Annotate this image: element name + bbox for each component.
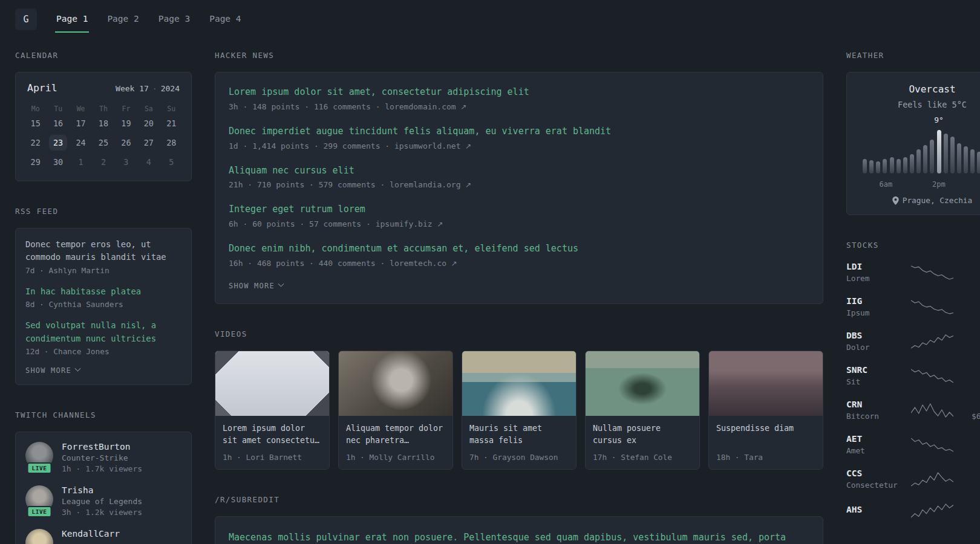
- weekday-label: Mo: [24, 105, 47, 113]
- twitch-channel-row[interactable]: LIVE ForrestBurton Counter-Strike 1h · 1…: [25, 442, 181, 473]
- stock-row[interactable]: DBS Dolor +1.42% $156.28: [846, 331, 980, 352]
- stock-values: -1.00% $66,171.48: [960, 400, 980, 421]
- video-card[interactable]: Suspendisse diam 18h · Tara: [708, 351, 823, 470]
- rss-item-title[interactable]: In hac habitasse platea: [25, 285, 181, 298]
- video-card[interactable]: Mauris sit amet massa felis 7h · Grayson…: [462, 351, 577, 470]
- rss-show-more-button[interactable]: SHOW MORE: [25, 366, 181, 375]
- story-stats: 16h · 468 points · 440 comments ·: [229, 259, 385, 268]
- stock-row[interactable]: CCS Consectetur +0.51% $165.84: [846, 468, 980, 490]
- stock-change: +4.35%: [960, 262, 980, 271]
- tab-page-4[interactable]: Page 4: [208, 0, 242, 33]
- video-card[interactable]: Aliquam tempor dolor nec pharetra… 1h · …: [338, 351, 453, 470]
- story-stats: 6h · 60 points · 57 comments ·: [229, 219, 371, 228]
- tab-page-1[interactable]: Page 1: [55, 0, 89, 33]
- calendar-day: 28: [162, 135, 180, 151]
- calendar-day-today: 23: [49, 135, 67, 151]
- stock-name: Amet: [846, 446, 904, 455]
- current-temperature: 9°: [934, 115, 944, 125]
- hn-show-more-button[interactable]: SHOW MORE: [229, 282, 809, 290]
- stock-sparkline: [904, 471, 960, 487]
- stock-name: Ipsum: [846, 308, 904, 317]
- tab-page-2[interactable]: Page 2: [106, 0, 140, 33]
- channel-viewers: 1h · 1.7k viewers: [62, 464, 142, 473]
- story-title-link[interactable]: Lorem ipsum dolor sit amet, consectetur …: [229, 86, 809, 99]
- video-thumbnail: [586, 351, 699, 416]
- stock-ticker: AHS: [846, 505, 904, 514]
- weather-condition: Overcast: [858, 83, 980, 95]
- story-title-link[interactable]: Aliquam nec cursus elit: [229, 164, 809, 178]
- stock-ticker: CRN: [846, 400, 904, 409]
- video-title: Nullam posuere cursus ex: [593, 423, 692, 448]
- hacker-news-widget: HACKER NEWS Lorem ipsum dolor sit amet, …: [215, 51, 823, 304]
- stock-row[interactable]: CRN Bitcorn -1.00% $66,171.48: [846, 400, 980, 421]
- stock-price: $148.64: [960, 377, 980, 386]
- channel-game: Counter-Strike: [62, 453, 142, 462]
- middle-column: HACKER NEWS Lorem ipsum dolor sit amet, …: [215, 51, 823, 544]
- story-domain-link[interactable]: loremdomain.com ↗: [385, 102, 466, 111]
- calendar-day-next-month: 4: [140, 154, 158, 170]
- post-title-link[interactable]: Maecenas mollis pulvinar erat non posuer…: [229, 530, 809, 544]
- stock-row[interactable]: IIG Ipsum +2.84% $42.04: [846, 296, 980, 317]
- stock-sparkline: [904, 437, 960, 453]
- twitch-channel-row[interactable]: LIVE Trisha League of Legends 3h · 1.2k …: [25, 485, 181, 517]
- video-title: Lorem ipsum dolor sit amet consectetu…: [223, 423, 322, 448]
- hn-card: Lorem ipsum dolor sit amet, consectetur …: [215, 72, 823, 304]
- video-card[interactable]: Lorem ipsum dolor sit amet consectetu… 1…: [215, 351, 330, 470]
- calendar-day: 22: [27, 135, 45, 151]
- stocks-section-title: STOCKS: [846, 241, 980, 250]
- story-domain-link[interactable]: ipsumify.biz ↗: [376, 219, 443, 228]
- weekday-label: Th: [92, 105, 114, 113]
- stock-name: Sit: [846, 377, 904, 386]
- story-domain-link[interactable]: loremtech.co ↗: [390, 259, 457, 268]
- video-meta: 17h · Stefan Cole: [593, 453, 692, 462]
- twitch-channel-info: Trisha League of Legends 3h · 1.2k viewe…: [62, 485, 142, 517]
- stock-id: AHS: [846, 505, 904, 517]
- calendar-day: 16: [49, 115, 67, 131]
- weather-hours: 6am2pm10pm: [863, 179, 980, 190]
- story-domain-link[interactable]: loremlandia.org ↗: [390, 180, 471, 189]
- calendar-header: April Week 17·2024: [24, 82, 183, 94]
- weekday-label: Fr: [115, 105, 137, 113]
- stocks-widget: STOCKS LDI Lorem +4.35% $795.18 IIG: [846, 241, 980, 519]
- calendar-card: April Week 17·2024 Mo Tu We Th Fr Sa Su …: [15, 72, 192, 181]
- top-nav: G Page 1 Page 2 Page 3 Page 4: [0, 0, 980, 39]
- calendar-day: 30: [49, 154, 67, 170]
- rss-item-title[interactable]: Donec tempor eros leo, ut commodo mauris…: [25, 238, 181, 264]
- twitch-channel-row[interactable]: KendallCarr: [25, 529, 181, 544]
- calendar-day: 17: [72, 115, 90, 131]
- calendar-day-next-month: 5: [162, 154, 180, 170]
- stock-row[interactable]: LDI Lorem +4.35% $795.18: [846, 262, 980, 283]
- video-card[interactable]: Nullam posuere cursus ex 17h · Stefan Co…: [585, 351, 700, 470]
- stock-row[interactable]: SNRC Sit +1.36% $148.64: [846, 365, 980, 386]
- rss-widget: RSS FEED Donec tempor eros leo, ut commo…: [15, 207, 192, 385]
- stock-values: +0.92% $499.72: [960, 434, 980, 455]
- stock-ticker: SNRC: [846, 365, 904, 375]
- video-thumbnail: [462, 351, 576, 416]
- rss-item-title[interactable]: Sed volutpat nulla nisl, a condimentum n…: [25, 319, 181, 345]
- story-meta: 6h · 60 points · 57 comments · ipsumify.…: [229, 219, 809, 228]
- stock-id: SNRC Sit: [846, 365, 904, 386]
- story-domain-link[interactable]: ipsumworld.net ↗: [394, 141, 471, 151]
- story-title-link[interactable]: Donec enim nibh, condimentum et accumsan…: [229, 242, 809, 256]
- tab-page-3[interactable]: Page 3: [157, 0, 191, 33]
- stock-values: +4.35% $795.18: [960, 262, 980, 283]
- twitch-card: LIVE ForrestBurton Counter-Strike 1h · 1…: [15, 432, 192, 544]
- weather-location-label: Prague, Czechia: [903, 196, 973, 205]
- video-info: Suspendisse diam 18h · Tara: [709, 416, 823, 469]
- story-title-link[interactable]: Donec imperdiet augue tincidunt felis al…: [229, 125, 809, 138]
- calendar-day: 18: [94, 115, 113, 131]
- story-title-link[interactable]: Integer eget rutrum lorem: [229, 203, 809, 216]
- weekday-label: Tu: [47, 105, 69, 113]
- stock-row[interactable]: AHS +0.46%: [846, 503, 980, 519]
- calendar-week-year: Week 17·2024: [116, 84, 180, 93]
- stock-sparkline: [904, 503, 960, 519]
- calendar-day-grid: 15 16 17 18 19 20 21 22 23 24 25 26 27 2…: [24, 115, 183, 170]
- twitch-channel-info: ForrestBurton Counter-Strike 1h · 1.7k v…: [62, 442, 142, 473]
- stock-row[interactable]: AET Amet +0.92% $499.72: [846, 434, 980, 455]
- weekday-label: Sa: [137, 105, 160, 113]
- calendar-day: 15: [27, 115, 45, 131]
- app-logo[interactable]: G: [15, 8, 37, 30]
- videos-widget: VIDEOS Lorem ipsum dolor sit amet consec…: [215, 329, 823, 470]
- story-meta: 21h · 710 points · 579 comments · loreml…: [229, 180, 809, 189]
- story-domain: loremlandia.org: [390, 180, 460, 189]
